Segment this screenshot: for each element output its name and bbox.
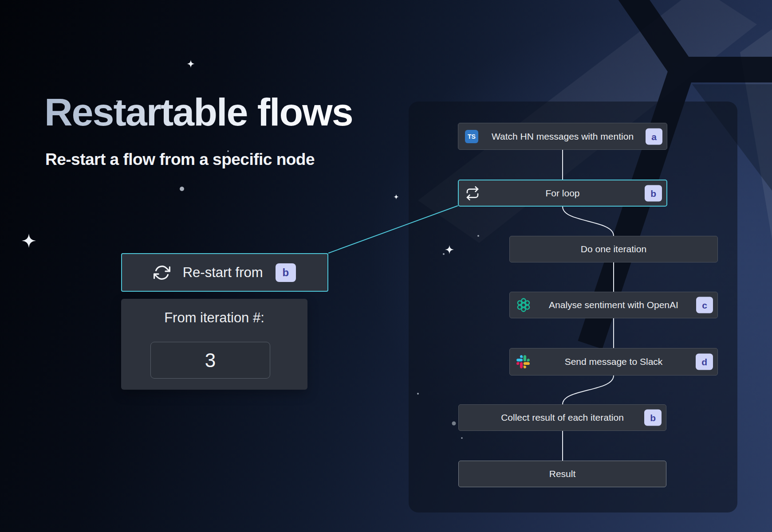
node-for-loop[interactable]: For loop b (458, 180, 667, 207)
node-label: Do one iteration (510, 244, 717, 254)
iteration-label: From iteration #: (121, 310, 307, 326)
node-label: Analyse sentiment with OpenAI (510, 300, 717, 310)
refresh-icon (154, 264, 170, 281)
node-label: Collect result of each iteration (459, 412, 666, 423)
restart-from-label: Re-start from (183, 265, 263, 281)
node-badge: b (644, 410, 662, 426)
node-label: Send message to Slack (510, 356, 717, 367)
hero: Restartable flows Re-start a flow from a… (44, 91, 353, 169)
node-do-one-iteration[interactable]: Do one iteration (509, 236, 718, 262)
node-send-slack[interactable]: Send message to Slack d (509, 348, 718, 376)
node-badge: b (645, 185, 662, 201)
iteration-card: From iteration #: (121, 299, 307, 390)
node-watch-hn-messages[interactable]: TS Watch HN messages with mention a (458, 123, 667, 150)
node-result[interactable]: Result (458, 461, 666, 487)
page: Restartable flows Re-start a flow from a… (0, 0, 772, 532)
node-badge: a (646, 128, 662, 145)
restart-from-node[interactable]: Re-start from b (121, 253, 328, 292)
node-label: Result (459, 469, 666, 479)
page-title: Restartable flows (44, 91, 353, 133)
node-collect-results[interactable]: Collect result of each iteration b (458, 404, 666, 431)
node-analyse-sentiment[interactable]: Analyse sentiment with OpenAI c (509, 292, 718, 318)
node-label: For loop (459, 188, 666, 199)
page-subtitle: Re-start a flow from a specific node (45, 150, 353, 169)
node-badge: c (696, 297, 713, 313)
restart-badge: b (276, 263, 296, 282)
iteration-number-input[interactable] (150, 342, 270, 379)
node-label: Watch HN messages with mention (458, 131, 667, 142)
node-badge: d (696, 354, 713, 370)
